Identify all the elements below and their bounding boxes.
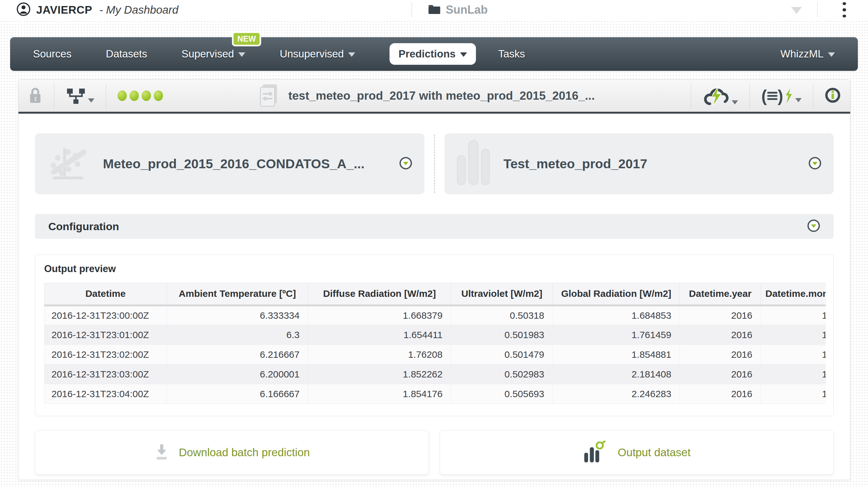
toolbar-divider <box>691 83 691 109</box>
dataset-search-icon <box>583 441 608 464</box>
output-dataset-button[interactable]: Output dataset <box>440 430 834 475</box>
cell-datetime: 2016-12-31T23:01:00Z <box>44 325 167 345</box>
configuration-label: Configuration <box>48 220 119 233</box>
user-menu[interactable]: JAVIERCP - My Dashboard <box>17 2 178 18</box>
table-row: 2016-12-31T23:04:00Z 6.166667 1.854176 0… <box>44 384 826 404</box>
output-preview-title: Output preview <box>44 263 825 274</box>
output-preview-card: Output preview Datetime Ambient Temperat… <box>35 255 834 416</box>
status-dot <box>130 91 139 101</box>
cell-datetime-year: 2016 <box>680 384 761 404</box>
nav-tasks[interactable]: Tasks <box>498 48 525 60</box>
resource-title: test_meteo_prod_2017 with meteo_prod_201… <box>288 89 595 102</box>
resource-toolbar: test_meteo_prod_2017 with meteo_prod_201… <box>19 80 850 113</box>
cell-diffuse-radiation: 1.668379 <box>308 305 451 325</box>
configuration-panel: Configuration <box>35 214 834 239</box>
project-dropdown-caret-icon[interactable] <box>791 7 802 14</box>
cell-datetime-year: 2016 <box>680 305 761 325</box>
nav-unsupervised[interactable]: Unsupervised <box>280 48 355 60</box>
chevron-down-icon <box>88 98 94 102</box>
model-resource-panel: Meteo_prod_2015_2016_CONDATOS_A_... <box>35 133 425 194</box>
output-dataset-label: Output dataset <box>618 446 691 459</box>
lock-icon[interactable] <box>28 86 42 105</box>
project-selector[interactable]: SunLab <box>428 0 488 20</box>
cell-datetime-year: 2016 <box>680 325 761 345</box>
column-header: Global Radiation [W/m2] <box>553 283 680 305</box>
cell-datetime-year: 2016 <box>680 345 761 364</box>
nav-sources[interactable]: Sources <box>33 48 71 60</box>
cell-ultraviolet: 0.502983 <box>451 364 553 384</box>
status-dot <box>142 91 151 101</box>
nav-sources-label: Sources <box>33 48 71 60</box>
main-navigation: Sources Datasets Supervised NEW Unsuperv… <box>10 37 858 71</box>
cell-ultraviolet: 0.505693 <box>451 384 553 404</box>
table-row: 2016-12-31T23:03:00Z 6.200001 1.852262 0… <box>44 364 826 384</box>
dataset-resource-panel: Test_meteo_prod_2017 <box>444 133 834 194</box>
table-row: 2016-12-31T23:01:00Z 6.3 1.654411 0.5019… <box>44 325 826 345</box>
table-row: 2016-12-31T23:00:00Z 6.333334 1.668379 0… <box>44 305 826 325</box>
column-header: Datetime <box>44 283 167 305</box>
nav-datasets[interactable]: Datasets <box>106 48 147 60</box>
kebab-menu-icon[interactable] <box>837 2 852 18</box>
column-header: Diffuse Radiation [W/m2] <box>308 283 451 305</box>
chevron-down-icon <box>348 53 355 57</box>
api-code-button[interactable]: ( ) <box>761 88 802 104</box>
nav-supervised-label: Supervised <box>181 48 234 60</box>
cell-datetime-month: 12 <box>761 384 826 404</box>
tree-menu-button[interactable] <box>66 87 94 104</box>
header-divider <box>817 3 818 17</box>
nav-predictions-active[interactable]: Predictions <box>390 43 476 65</box>
nav-whizzml-label: WhizzML <box>780 48 824 60</box>
cell-ultraviolet: 0.501983 <box>451 325 553 345</box>
folder-icon <box>428 3 441 16</box>
cell-diffuse-radiation: 1.76208 <box>308 345 451 364</box>
toolbar-divider <box>749 83 750 109</box>
output-preview-table-clip: Datetime Ambient Temperature [ºC] Diffus… <box>44 283 826 404</box>
project-name: SunLab <box>446 3 488 17</box>
cell-diffuse-radiation: 1.852262 <box>308 364 451 384</box>
nav-unsupervised-label: Unsupervised <box>280 48 344 60</box>
column-header: Datetime.month <box>761 283 826 305</box>
cell-global-radiation: 1.761459 <box>553 325 680 345</box>
cell-ultraviolet: 0.501479 <box>451 345 553 364</box>
nav-whizzml[interactable]: WhizzML <box>780 48 835 60</box>
cell-datetime-month: 12 <box>761 364 826 384</box>
toolbar-divider <box>813 83 813 109</box>
download-batch-prediction-button[interactable]: Download batch prediction <box>35 430 429 475</box>
column-header: Datetime.year <box>680 283 761 305</box>
toolbar-divider <box>54 83 54 109</box>
cell-global-radiation: 2.181408 <box>553 364 680 384</box>
cell-diffuse-radiation: 1.654411 <box>308 325 451 345</box>
cell-ambient-temperature: 6.3 <box>167 325 308 345</box>
cell-ambient-temperature: 6.200001 <box>167 364 308 384</box>
actions-row: Download batch prediction Output dataset <box>35 430 834 475</box>
cell-global-radiation: 1.684853 <box>553 305 680 325</box>
batch-prediction-icon <box>259 83 280 108</box>
column-header: Ultraviolet [W/m2] <box>451 283 553 305</box>
model-dropdown-button[interactable] <box>399 157 412 171</box>
chevron-down-icon <box>732 100 738 104</box>
resources-row: Meteo_prod_2015_2016_CONDATOS_A_... <box>35 133 834 194</box>
nav-supervised[interactable]: Supervised NEW <box>181 48 245 60</box>
cell-global-radiation: 1.854881 <box>553 345 680 364</box>
download-batch-prediction-label: Download batch prediction <box>179 446 310 459</box>
configuration-dropdown-button[interactable] <box>807 219 820 234</box>
info-icon[interactable] <box>825 87 841 104</box>
dataset-icon <box>457 139 490 189</box>
status-dot <box>154 91 163 101</box>
cell-datetime: 2016-12-31T23:00:00Z <box>44 305 167 325</box>
nav-predictions-label: Predictions <box>398 48 456 60</box>
resources-divider <box>434 135 435 193</box>
code-request-icon: ( ) <box>761 88 793 104</box>
prediction-detail-panel: test_meteo_prod_2017 with meteo_prod_201… <box>18 79 850 480</box>
cell-datetime: 2016-12-31T23:02:00Z <box>44 345 167 364</box>
cell-ambient-temperature: 6.216667 <box>167 345 308 364</box>
user-avatar-icon <box>17 2 31 18</box>
download-icon <box>154 443 169 462</box>
dataset-dropdown-button[interactable] <box>808 157 822 171</box>
dashboard-subtitle: - My Dashboard <box>99 3 178 16</box>
cell-ultraviolet: 0.50318 <box>451 305 553 325</box>
cloud-lightning-icon <box>703 86 730 106</box>
one-click-actions-button[interactable] <box>703 86 738 106</box>
cell-ambient-temperature: 6.333334 <box>167 305 308 325</box>
cell-datetime-month: 12 <box>761 345 826 364</box>
